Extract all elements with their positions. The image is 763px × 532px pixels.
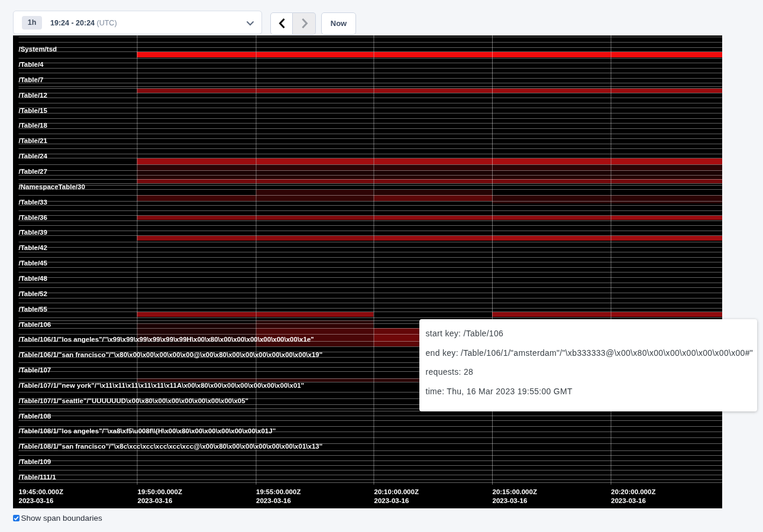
svg-text:/Table/107/1/"new york"/"\x11\: /Table/107/1/"new york"/"\x11\x11\x11\x1… [18, 382, 304, 389]
svg-text:/Table/106/1/"los angeles"/"\x: /Table/106/1/"los angeles"/"\x99\x99\x99… [18, 336, 313, 343]
svg-text:/Table/108/1/"los angeles"/"\x: /Table/108/1/"los angeles"/"\xa8\xf5\u00… [18, 427, 276, 434]
svg-text:19:55:00.000Z: 19:55:00.000Z [256, 488, 300, 495]
svg-text:/Table/111/1: /Table/111/1 [18, 473, 56, 481]
svg-text:20:20:00.000Z: 20:20:00.000Z [611, 488, 655, 495]
svg-text:2023-03-16: 2023-03-16 [256, 497, 291, 504]
svg-text:/Table/108: /Table/108 [18, 413, 51, 420]
svg-text:20:15:00.000Z: 20:15:00.000Z [492, 488, 536, 495]
svg-text:/Table/42: /Table/42 [18, 244, 47, 251]
svg-text:/Table/4: /Table/4 [18, 61, 44, 68]
svg-text:2023-03-16: 2023-03-16 [18, 497, 53, 504]
svg-text:/Table/18: /Table/18 [18, 122, 47, 129]
svg-text:2023-03-16: 2023-03-16 [611, 497, 646, 504]
svg-text:/Table/27: /Table/27 [18, 168, 47, 175]
svg-text:2023-03-16: 2023-03-16 [137, 497, 172, 504]
svg-text:2023-03-16: 2023-03-16 [374, 497, 409, 504]
svg-text:/Table/24: /Table/24 [18, 153, 47, 160]
svg-text:/Table/52: /Table/52 [18, 290, 47, 297]
svg-text:/Table/21: /Table/21 [18, 137, 47, 144]
svg-text:/Table/36: /Table/36 [18, 214, 47, 221]
svg-text:/NamespaceTable/30: /NamespaceTable/30 [18, 183, 85, 190]
svg-text:2023-03-16: 2023-03-16 [492, 497, 527, 504]
svg-text:/System/tsd: /System/tsd [18, 46, 57, 53]
svg-text:/Table/7: /Table/7 [18, 76, 43, 83]
svg-text:19:50:00.000Z: 19:50:00.000Z [137, 488, 182, 495]
svg-text:/Table/109: /Table/109 [18, 458, 51, 465]
svg-text:/Table/107/1/"seattle"/"UUUUUU: /Table/107/1/"seattle"/"UUUUUUD\x00\x80\… [18, 397, 248, 404]
svg-text:20:10:00.000Z: 20:10:00.000Z [374, 488, 418, 495]
svg-text:/Table/55: /Table/55 [18, 306, 47, 313]
svg-text:/Table/107: /Table/107 [18, 366, 51, 374]
svg-text:/Table/15: /Table/15 [18, 107, 47, 114]
svg-text:19:45:00.000Z: 19:45:00.000Z [18, 488, 63, 495]
svg-text:/Table/106: /Table/106 [18, 321, 51, 328]
svg-text:/Table/12: /Table/12 [18, 92, 47, 99]
svg-text:/Table/48: /Table/48 [18, 275, 47, 282]
svg-text:/Table/108/1/"san francisco"/": /Table/108/1/"san francisco"/"\x8c\xcc\x… [18, 443, 322, 450]
svg-text:/Table/106/1/"san francisco"/": /Table/106/1/"san francisco"/"\x80\x00\x… [18, 351, 322, 358]
svg-text:/Table/33: /Table/33 [18, 199, 47, 206]
svg-text:/Table/45: /Table/45 [18, 259, 47, 267]
svg-text:/Table/39: /Table/39 [18, 229, 47, 236]
